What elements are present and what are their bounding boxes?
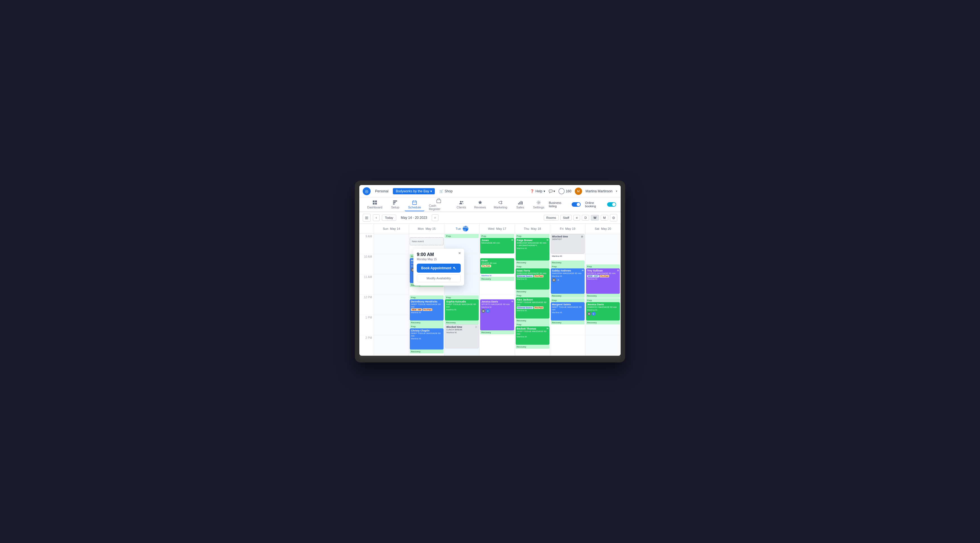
week-view-button[interactable]: W	[591, 215, 599, 221]
alex-badges: External Source Pre-Paid	[517, 306, 548, 309]
nav-cash-register[interactable]: Cash Register	[425, 197, 452, 212]
martina-fri-label: Martina M.	[551, 254, 585, 258]
new-event-mon[interactable]: New event	[410, 237, 444, 245]
modify-availability-button[interactable]: Modify Availability	[417, 274, 461, 282]
appt-gabby[interactable]: ✉ Gabby Andrews SWEDISH MASSAGE 60 min M…	[551, 268, 585, 294]
appt-margaret[interactable]: Margaret Saints DEEP TISSUE MASSAGE 60 m…	[551, 302, 585, 320]
appt-paige[interactable]: ✉ Paige Brewer SWEDISH MASSAGE 60 min + …	[515, 238, 549, 261]
appt-jones[interactable]: ✉ Jones MASSAGE 60 min	[480, 238, 514, 253]
nav-clients[interactable]: Clients	[453, 198, 470, 211]
day-col-thu: Prep ✉ Paige Brewer SWEDISH MASSAGE 60 m…	[515, 234, 550, 356]
grid-view-button[interactable]: ⊞	[363, 214, 371, 221]
nav-right: ❓ Help ▾ 💬 ▾ 160 M Martina Martinson ▾	[530, 188, 617, 195]
nav-settings[interactable]: Settings	[530, 198, 547, 211]
nav-dashboard[interactable]: Dashboard	[364, 198, 385, 211]
note-icon-gabby: ✉	[582, 269, 584, 272]
top-nav: ◎ Personal Bodyworks by the Bay ▾ 🛒 Shop…	[360, 185, 620, 197]
prep-thu-beckett: Prep	[515, 322, 549, 326]
business-listing-toggle[interactable]: Business listing	[549, 201, 581, 208]
prev-week-button[interactable]: ‹	[373, 214, 380, 221]
popup-date: Monday May 15	[417, 258, 461, 261]
prep-mon-1: Prep	[410, 325, 444, 328]
chat-button[interactable]: 💬 ▾	[549, 189, 555, 193]
day-header-mon: Mon May 15	[409, 224, 444, 234]
note-icon-jessica: ✉	[511, 300, 513, 303]
svg-rect-7	[412, 201, 417, 205]
nav-schedule[interactable]: Schedule	[405, 198, 425, 211]
book-appointment-popup: ✕ 9:00 AM Monday May 15 Book Appointment…	[414, 249, 464, 286]
nav-marketing[interactable]: Marketing	[490, 198, 511, 211]
calendar-settings-button[interactable]: ⚙	[610, 214, 617, 221]
svg-rect-1	[375, 201, 377, 202]
recovery-sat-trey: Recovery	[586, 294, 620, 298]
calendar-wrapper: 9 AM 10 AM 11 AM 12 PM 1 PM 2 PM Sun May…	[360, 224, 620, 356]
recovery-wed-jessica: Recovery	[480, 330, 514, 334]
rooms-filter-button[interactable]: Rooms	[544, 215, 559, 221]
note-icon-paige: ✉	[547, 239, 549, 241]
today-button[interactable]: Today	[382, 215, 396, 221]
appt-rison[interactable]: rison SSAGE 60 min Pre-Paid	[480, 258, 514, 274]
appt-alex[interactable]: Alex Jackson DEEP TISSUE MASSAGE 60 min …	[515, 298, 549, 318]
recovery-thu-paige: Recovery	[515, 261, 549, 264]
note-icon-jones: ✉	[511, 239, 513, 241]
appt-jessica-wed[interactable]: ✉ Jessica Davis SPORTS MASSAGE 90 min Ma…	[480, 299, 514, 330]
recovery-mon-christy: Recovery	[410, 350, 444, 354]
recovery-fri-margaret: Recovery	[551, 320, 585, 325]
nav-setup[interactable]: Setup	[387, 198, 404, 211]
nav-sales[interactable]: Sales	[512, 198, 528, 211]
time-9am: 9 AM	[360, 234, 374, 254]
recovery-wed-1: Recovery	[480, 277, 514, 281]
calendar-grid: Sun May 14 Mon May 15 Tue May 16 Wed May…	[374, 224, 620, 356]
appt-christy[interactable]: Christy Chaplin DEEP TISSUE MASSAGE 60 m…	[410, 328, 444, 350]
appt-sophia[interactable]: Sophia Kaloudis DEEP TISSUE MASSAGE 60 m…	[445, 299, 479, 320]
book-appointment-button[interactable]: Book Appointment ↖	[417, 264, 461, 272]
popup-close-button[interactable]: ✕	[457, 251, 462, 255]
avatar: M	[575, 188, 582, 195]
appt-beckett[interactable]: ✉ Beckett Thomas DEEP TISSUE MASSAGE 60 …	[515, 326, 549, 345]
online-booking-toggle[interactable]: Online booking	[585, 201, 616, 208]
day-view-button[interactable]: D	[582, 215, 589, 221]
svg-rect-11	[436, 200, 441, 203]
appt-jessica-sat[interactable]: Jessica Davis SWEDISH MASSAGE 60 min Mar…	[586, 302, 620, 320]
help-button[interactable]: ❓ Help ▾	[530, 189, 545, 193]
popup-time: 9:00 AM	[417, 252, 461, 257]
business-selector[interactable]: Bodyworks by the Bay ▾	[393, 188, 435, 194]
svg-rect-16	[518, 203, 519, 204]
appt-blocked-lunch[interactable]: Blocked time ⊘ LUNCH BREAK Martina M.	[445, 325, 479, 349]
prep-thu-alex: Prep	[515, 293, 549, 298]
svg-rect-6	[393, 204, 395, 205]
appt-isaac[interactable]: Isaac Ferry SWEDISH MASSAGE 60 min Exter…	[515, 268, 549, 290]
filter-icon-button[interactable]: ≡	[573, 215, 580, 221]
svg-rect-19	[522, 201, 523, 204]
recovery-tue-sophia: Recovery	[445, 320, 479, 325]
appt-deanthony[interactable]: DeAnthony Hendricks DEEP TISSUE MASSAGE …	[410, 299, 444, 320]
prep-tue-top: Prep	[445, 234, 479, 238]
note-icon-beckett: ✉	[547, 327, 549, 330]
prep-thu-top: Prep	[515, 234, 549, 238]
mc-badges-jessica: M C	[481, 309, 513, 313]
svg-point-13	[462, 201, 463, 202]
month-view-button[interactable]: M	[601, 215, 608, 221]
personal-link[interactable]: Personal	[373, 188, 391, 194]
day-header-sat: Sat May 20	[585, 224, 620, 234]
appt-trey[interactable]: ⚙ Trey Sullivan SPORTS MASSAGE 60 min NE…	[586, 268, 620, 294]
day-col-sun[interactable]	[374, 234, 409, 356]
prep-sat-jessica: Prep	[586, 298, 620, 302]
time-1pm: 1 PM	[360, 315, 374, 335]
recovery-thu-beckett: Recovery	[515, 345, 549, 349]
appt-blocked-dentist[interactable]: Blocked time ⊘ DENTIST	[551, 234, 585, 254]
shop-link[interactable]: 🛒 Shop	[437, 188, 455, 194]
svg-rect-3	[375, 203, 377, 204]
staff-filter-button[interactable]: Staff	[560, 215, 572, 221]
day-header-tue: Tue May 16	[444, 224, 480, 234]
svg-rect-18	[521, 201, 522, 205]
cursor-icon: ↖	[453, 266, 456, 271]
day-col-fri: Blocked time ⊘ DENTIST Prep Martina M. R…	[550, 234, 585, 356]
nav-reviews[interactable]: Reviews	[471, 198, 489, 211]
prep-sat-trey: Prep	[586, 264, 620, 268]
next-week-button[interactable]: ›	[432, 214, 439, 221]
prep-thu-isaac: Prep	[515, 264, 549, 268]
recovery-thu-isaac: Recovery	[515, 290, 549, 293]
prep-fri-margaret: Prep	[551, 298, 585, 302]
time-column: 9 AM 10 AM 11 AM 12 PM 1 PM 2 PM	[360, 224, 374, 356]
